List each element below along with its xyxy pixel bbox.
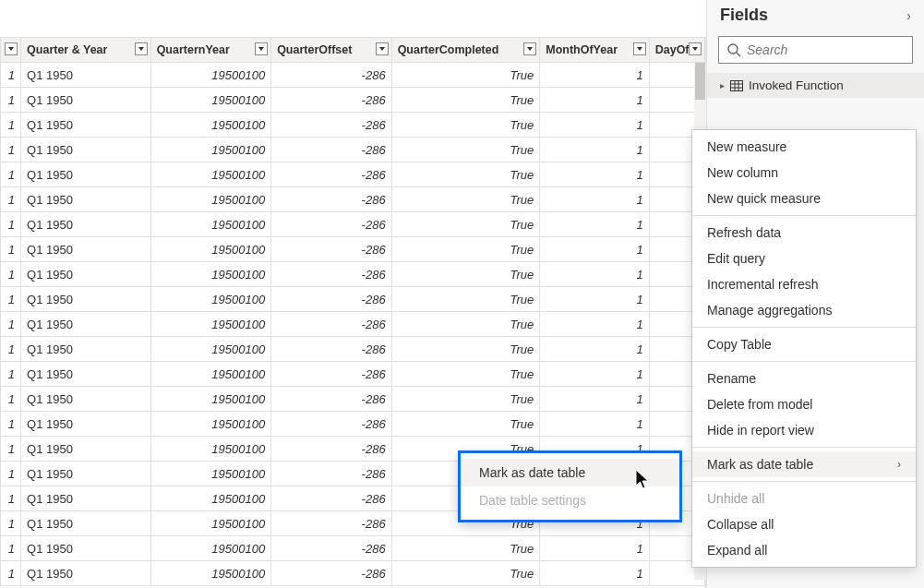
cell-idx: 1 — [1, 561, 21, 586]
menu-item-label: Mark as date table — [707, 457, 813, 472]
cell-qo: -286 — [271, 187, 392, 212]
menu-item[interactable]: New column — [692, 160, 916, 186]
cell-qn: 19500100 — [150, 486, 271, 511]
column-filter-icon[interactable] — [5, 42, 18, 55]
column-filter-icon[interactable] — [255, 42, 268, 55]
table-row[interactable]: 1Q1 195019500100-286True1 — [1, 287, 705, 312]
cell-qc: True — [391, 162, 540, 187]
cell-idx: 1 — [1, 437, 21, 462]
cell-qc: True — [391, 412, 540, 437]
menu-item[interactable]: Mark as date table› — [692, 451, 916, 477]
cell-qo: -286 — [271, 212, 392, 237]
cell-qy: Q1 1950 — [21, 437, 151, 462]
chevron-right-icon: ▸ — [720, 80, 725, 90]
column-filter-icon[interactable] — [135, 42, 148, 55]
scrollbar-thumb[interactable] — [695, 63, 705, 100]
menu-item[interactable]: Copy Table — [692, 331, 916, 357]
menu-item: Unhide all — [692, 486, 916, 511]
menu-item-label: Collapse all — [707, 517, 774, 532]
table-row[interactable]: 1Q1 195019500100-286True1 — [1, 362, 705, 387]
table-row[interactable]: 1Q1 195019500100-286True1 — [1, 412, 705, 437]
menu-item[interactable]: Refresh data — [692, 220, 916, 246]
column-header-my[interactable]: MonthOfYear — [540, 38, 649, 63]
menu-item[interactable]: Collapse all — [692, 511, 916, 537]
cell-qn: 19500100 — [150, 212, 271, 237]
menu-item[interactable]: Expand all — [692, 537, 916, 563]
table-row[interactable]: 1Q1 195019500100-286True1 — [1, 63, 705, 88]
cell-idx: 1 — [1, 387, 21, 412]
cell-qo: -286 — [271, 536, 392, 561]
cell-my: 1 — [540, 237, 649, 262]
column-header-idx[interactable] — [1, 38, 21, 63]
cell-qo: -286 — [271, 412, 392, 437]
cell-qo: -286 — [271, 88, 392, 113]
column-header-qy[interactable]: Quarter & Year — [21, 38, 151, 63]
column-filter-icon[interactable] — [633, 42, 646, 55]
menu-separator — [692, 327, 916, 328]
table-row[interactable]: 1Q1 195019500100-286True1 — [1, 561, 705, 586]
menu-item[interactable]: New measure — [692, 134, 916, 160]
cell-qy: Q1 1950 — [21, 312, 151, 337]
cell-qc: True — [391, 138, 540, 162]
table-row[interactable]: 1Q1 195019500100-286True1 — [1, 237, 705, 262]
menu-item[interactable]: Delete from model — [692, 391, 916, 417]
cell-qn: 19500100 — [150, 262, 271, 287]
column-filter-icon[interactable] — [689, 42, 702, 55]
cell-qc: True — [391, 63, 540, 88]
svg-line-1 — [737, 53, 740, 56]
fields-search[interactable] — [718, 36, 913, 64]
column-filter-icon[interactable] — [376, 42, 389, 55]
menu-item[interactable]: Rename — [692, 366, 916, 391]
table-row[interactable]: 1Q1 195019500100-286True1 — [1, 536, 705, 561]
table-row[interactable]: 1Q1 195019500100-286True1 — [1, 113, 705, 138]
column-header-qn[interactable]: QuarternYear — [150, 38, 271, 63]
cell-qy: Q1 1950 — [21, 162, 151, 187]
menu-item-label: Expand all — [707, 543, 767, 558]
menu-item[interactable]: Manage aggregations — [692, 297, 916, 323]
cell-my: 1 — [540, 212, 649, 237]
table-row[interactable]: 1Q1 195019500100-286True1 — [1, 138, 705, 162]
menu-item[interactable]: Edit query — [692, 246, 916, 271]
cell-qn: 19500100 — [150, 387, 271, 412]
cell-qc: True — [391, 262, 540, 287]
table-row[interactable]: 1Q1 195019500100-286True1 — [1, 162, 705, 187]
fields-table-label: Invoked Function — [749, 78, 844, 92]
table-row[interactable]: 1Q1 195019500100-286True1 — [1, 262, 705, 287]
menu-item[interactable]: New quick measure — [692, 186, 916, 211]
column-header-qo[interactable]: QuarterOffset — [271, 38, 392, 63]
menu-item-label: Copy Table — [707, 337, 772, 352]
fields-search-input[interactable] — [747, 42, 910, 57]
cell-qy: Q1 1950 — [21, 237, 151, 262]
column-header-qc[interactable]: QuarterCompleted — [391, 38, 540, 63]
fields-table-item[interactable]: ▸ Invoked Function — [707, 73, 924, 98]
table-row[interactable]: 1Q1 195019500100-286True1 — [1, 187, 705, 212]
cell-qn: 19500100 — [150, 113, 271, 138]
column-filter-icon[interactable] — [523, 42, 536, 55]
cell-qc: True — [391, 187, 540, 212]
table-row[interactable]: 1Q1 195019500100-286True1 — [1, 337, 705, 362]
table-context-menu: New measureNew columnNew quick measureRe… — [691, 129, 917, 568]
collapse-pane-icon[interactable]: › — [906, 8, 911, 23]
table-row[interactable]: 1Q1 195019500100-286True1 — [1, 88, 705, 113]
menu-item[interactable]: Hide in report view — [692, 417, 916, 443]
cell-qy: Q1 1950 — [21, 113, 151, 138]
menu-separator — [692, 481, 916, 482]
cell-qc: True — [391, 237, 540, 262]
menu-item[interactable]: Incremental refresh — [692, 271, 916, 297]
cell-my: 1 — [540, 312, 649, 337]
column-header-do[interactable]: DayOf — [649, 38, 704, 63]
table-row[interactable]: 1Q1 195019500100-286True1 — [1, 312, 705, 337]
cell-qn: 19500100 — [150, 561, 271, 586]
cell-idx: 1 — [1, 287, 21, 312]
cell-qn: 19500100 — [150, 138, 271, 162]
submenu-indicator-icon: › — [897, 458, 901, 471]
menu-item-label: Unhide all — [707, 491, 764, 506]
cell-qn: 19500100 — [150, 337, 271, 362]
cell-idx: 1 — [1, 63, 21, 88]
cell-idx: 1 — [1, 337, 21, 362]
cell-idx: 1 — [1, 536, 21, 561]
table-row[interactable]: 1Q1 195019500100-286True1 — [1, 212, 705, 237]
svg-rect-2 — [731, 80, 743, 90]
table-row[interactable]: 1Q1 195019500100-286True1 — [1, 387, 705, 412]
cell-qn: 19500100 — [150, 237, 271, 262]
